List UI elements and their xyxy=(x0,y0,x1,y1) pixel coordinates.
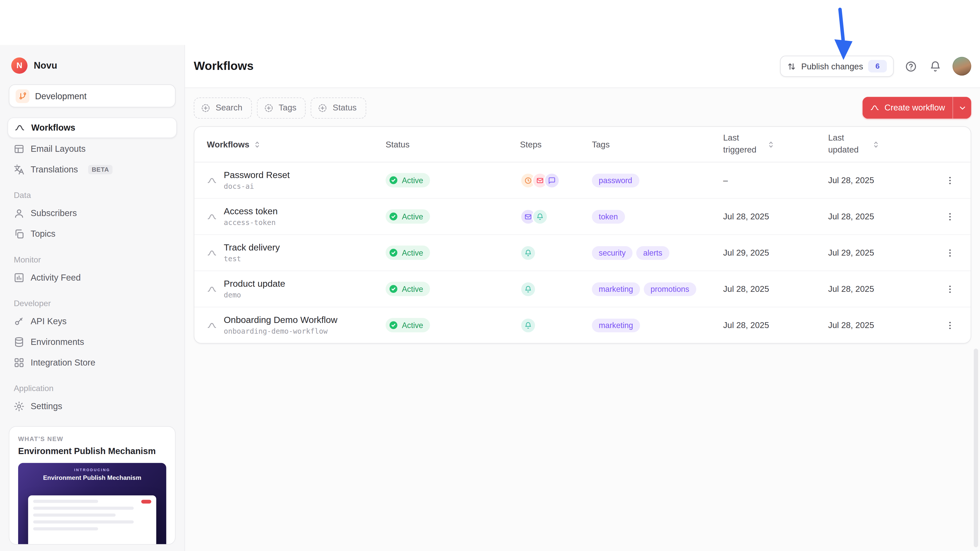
tag-pill: marketing xyxy=(592,282,640,296)
sort-icon xyxy=(253,140,261,148)
workflow-name: Password Reset xyxy=(224,170,290,180)
last-updated-cell: Jul 28, 2025 xyxy=(828,321,941,330)
scrollbar-thumb[interactable] xyxy=(974,349,978,548)
column-header-last-triggered[interactable]: Last triggered xyxy=(723,132,828,156)
sidebar-item-label: Translations xyxy=(30,165,78,175)
help-button[interactable] xyxy=(904,59,918,73)
sidebar-item-label: API Keys xyxy=(30,316,67,326)
steps-cell xyxy=(520,208,592,225)
sidebar-item-topics[interactable]: Topics xyxy=(7,224,177,244)
steps-cell xyxy=(520,245,592,261)
sidebar-item-activity-feed[interactable]: Activity Feed xyxy=(7,268,177,287)
plus-circle-icon xyxy=(264,103,274,113)
novu-logo-icon: N xyxy=(11,57,27,73)
column-header-status: Status xyxy=(386,140,520,149)
tag-pill: alerts xyxy=(636,246,669,260)
filter-label: Status xyxy=(333,103,357,113)
main-content: Workflows Publish changes 6 xyxy=(185,45,980,551)
in-app-step-icon xyxy=(520,317,536,333)
table-row[interactable]: Track delivery test Active security aler… xyxy=(194,235,971,271)
chevron-down-icon xyxy=(958,103,966,112)
tags-cell: password xyxy=(592,167,699,193)
thumbnail-eyebrow: INTRODUCING xyxy=(18,468,166,472)
user-icon xyxy=(14,208,24,219)
workflow-icon xyxy=(14,122,25,133)
workflow-icon xyxy=(207,284,217,294)
tag-pill: password xyxy=(592,173,639,187)
sidebar-item-workflows[interactable]: Workflows xyxy=(7,118,177,138)
table-header: Workflows Status Steps Tags Last trigger… xyxy=(194,127,971,162)
sidebar-item-translations[interactable]: Translations BETA xyxy=(7,160,177,179)
create-workflow-button[interactable]: Create workflow xyxy=(862,97,953,119)
thumbnail-title: Environment Publish Mechanism xyxy=(30,473,154,482)
workflow-name-cell: Track delivery test xyxy=(207,242,386,263)
section-title-developer: Developer xyxy=(14,299,171,308)
workflow-icon xyxy=(207,211,217,221)
whats-new-card[interactable]: WHAT'S NEW Environment Publish Mechanism… xyxy=(9,426,176,545)
status-filter-button[interactable]: Status xyxy=(311,97,366,118)
last-triggered-cell: Jul 28, 2025 xyxy=(723,212,828,221)
whats-new-thumbnail: INTRODUCING Environment Publish Mechanis… xyxy=(18,463,166,544)
sidebar-item-email-layouts[interactable]: Email Layouts xyxy=(7,139,177,159)
table-row[interactable]: Password Reset docs-ai Active p xyxy=(194,162,971,199)
whats-new-eyebrow: WHAT'S NEW xyxy=(18,435,166,442)
sidebar-item-settings[interactable]: Settings xyxy=(7,397,177,416)
row-actions-button[interactable] xyxy=(941,279,959,298)
check-circle-icon xyxy=(389,284,398,294)
workflow-name-cell: Onboarding Demo Workflow onboarding-demo… xyxy=(207,315,386,335)
tag-pill: token xyxy=(592,210,625,224)
page-header: Workflows Publish changes 6 xyxy=(185,45,980,88)
table-row[interactable]: Access token access-token Active token xyxy=(194,199,971,235)
sort-icon xyxy=(767,140,775,148)
workflow-name: Access token xyxy=(224,206,278,216)
workflow-name-cell: Access token access-token xyxy=(207,206,386,227)
app-shell: N Novu Development Workflows Email Layou… xyxy=(0,45,980,551)
table-row[interactable]: Onboarding Demo Workflow onboarding-demo… xyxy=(194,307,971,343)
column-label: Status xyxy=(386,140,410,149)
row-actions-button[interactable] xyxy=(941,171,959,189)
git-branch-icon xyxy=(16,89,29,103)
workflow-name-cell: Product update demo xyxy=(207,279,386,299)
plus-circle-icon xyxy=(318,103,328,113)
sidebar-item-label: Settings xyxy=(30,401,62,411)
last-triggered-cell: Jul 28, 2025 xyxy=(723,321,828,330)
page-title: Workflows xyxy=(194,59,253,73)
avatar[interactable] xyxy=(953,57,971,76)
environment-selector[interactable]: Development xyxy=(9,84,176,107)
column-header-workflows[interactable]: Workflows xyxy=(207,140,386,149)
environment-label: Development xyxy=(35,91,86,101)
header-actions: Publish changes 6 xyxy=(780,56,971,77)
check-circle-icon xyxy=(389,176,398,185)
tags-cell: token xyxy=(592,203,699,230)
search-filter-button[interactable]: Search xyxy=(194,97,251,118)
section-title-data: Data xyxy=(14,190,171,200)
sidebar-item-integration-store[interactable]: Integration Store xyxy=(7,353,177,372)
kebab-icon xyxy=(945,211,955,221)
sidebar-item-api-keys[interactable]: API Keys xyxy=(7,312,177,331)
sidebar-item-subscribers[interactable]: Subscribers xyxy=(7,203,177,223)
row-actions-button[interactable] xyxy=(941,316,959,334)
publish-changes-label: Publish changes xyxy=(801,62,863,71)
app-window: N Novu Development Workflows Email Layou… xyxy=(0,0,980,551)
kebab-icon xyxy=(945,175,955,185)
publish-changes-button[interactable]: Publish changes 6 xyxy=(780,56,894,77)
row-actions-button[interactable] xyxy=(941,207,959,226)
notifications-button[interactable] xyxy=(928,59,942,73)
translate-icon xyxy=(14,164,24,175)
sidebar-item-environments[interactable]: Environments xyxy=(7,332,177,352)
last-updated-cell: Jul 28, 2025 xyxy=(828,212,941,221)
column-label: Workflows xyxy=(207,140,250,149)
row-actions-button[interactable] xyxy=(941,243,959,262)
table-row[interactable]: Product update demo Active marketing pro… xyxy=(194,271,971,307)
thumbnail-mini-ui xyxy=(28,495,156,544)
tags-filter-button[interactable]: Tags xyxy=(257,97,306,118)
topics-icon xyxy=(14,229,24,239)
workflow-name-cell: Password Reset docs-ai xyxy=(207,170,386,191)
status-badge: Active xyxy=(386,173,430,187)
column-header-last-updated[interactable]: Last updated xyxy=(828,132,941,156)
brand[interactable]: N Novu xyxy=(7,55,177,76)
brand-name: Novu xyxy=(34,60,57,71)
beta-badge: BETA xyxy=(88,165,113,174)
create-workflow-caret-button[interactable] xyxy=(953,97,971,119)
last-updated-cell: Jul 28, 2025 xyxy=(828,176,941,185)
